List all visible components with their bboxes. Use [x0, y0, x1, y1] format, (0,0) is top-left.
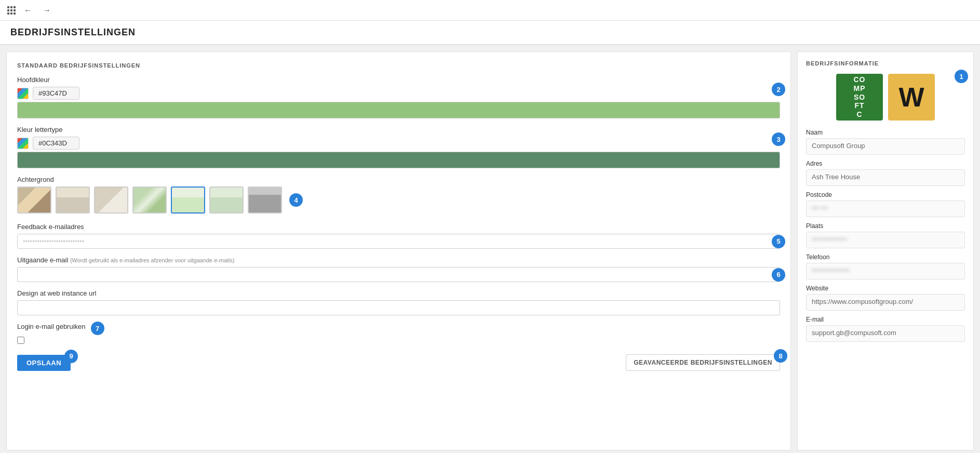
website-value: https://www.compusoftgroup.com/: [806, 294, 965, 311]
login-email-checkbox[interactable]: [17, 337, 24, 344]
logo-yellow: W: [888, 74, 935, 121]
hoofdkleur-swatch-icon[interactable]: [17, 88, 29, 99]
achtergrond-label: Achtergrond: [17, 176, 780, 183]
plaats-label: Plaats: [806, 222, 965, 230]
company-logos: COMPSOFTC W 1: [806, 74, 965, 121]
feedback-email-input[interactable]: [17, 234, 780, 249]
badge-5: 5: [772, 235, 785, 248]
website-label: Website: [806, 285, 965, 292]
postcode-value: ••• •••: [806, 201, 965, 217]
telefoon-label: Telefoon: [806, 254, 965, 261]
content-area: STANDAARD BEDRIJFSINSTELLINGEN Hoofdkleu…: [0, 45, 980, 453]
telefoon-value: ••••••••••••••••: [806, 263, 965, 279]
top-bar: ← →: [0, 0, 980, 21]
uitgaande-email-input[interactable]: [17, 267, 780, 282]
badge-6: 6: [772, 268, 785, 282]
badge-1: 1: [955, 70, 968, 83]
hoofdkleur-value: #93C47D: [33, 87, 79, 100]
bottom-bar: OPSLAAN 9 GEAVANCEERDE BEDRIJFSINSTELLIN…: [17, 354, 780, 371]
feedback-email-label: Feedback e-mailadres: [17, 223, 780, 231]
main-section-header: STANDAARD BEDRIJFSINSTELLINGEN: [17, 62, 780, 69]
adres-label: Adres: [806, 160, 965, 167]
hoofdkleur-bar[interactable]: [17, 102, 780, 118]
bg-thumb-7[interactable]: [248, 186, 282, 214]
page-title-bar: BEDRIJFSINSTELLINGEN: [0, 21, 980, 45]
login-email-label: Login e-mail gebruiken 7: [17, 323, 86, 330]
page-title: BEDRIJFSINSTELLINGEN: [10, 27, 970, 38]
uitgaande-email-sublabel: (Wordt gebruikt als e-mailadres afzender…: [70, 257, 235, 263]
sidebar-section-header: BEDRIJFSINFORMATIE: [806, 60, 965, 66]
bg-thumb-2[interactable]: [56, 186, 90, 214]
bg-thumb-1[interactable]: [17, 186, 51, 214]
login-email-checkbox-row: [17, 337, 780, 344]
badge-7: 7: [91, 322, 104, 335]
background-thumbs: 4: [17, 186, 780, 214]
forward-button[interactable]: →: [39, 5, 54, 16]
kleur-lettertype-label: Kleur lettertype: [17, 126, 780, 134]
advanced-settings-button[interactable]: GEAVANCEERDE BEDRIJFSINSTELLINGEN: [626, 354, 780, 371]
badge-4: 4: [289, 193, 303, 207]
badge-9: 9: [64, 350, 78, 363]
bg-thumb-3[interactable]: [94, 186, 128, 214]
save-button[interactable]: OPSLAAN: [17, 355, 71, 371]
uitgaande-email-label: Uitgaande e-mail (Wordt gebruikt als e-m…: [17, 256, 780, 264]
kleur-lettertype-value: #0C343D: [33, 137, 79, 150]
plaats-value: •••••••••••••••: [806, 232, 965, 248]
postcode-label: Postcode: [806, 191, 965, 198]
adres-value: Ash Tree House: [806, 169, 965, 186]
naam-label: Naam: [806, 129, 965, 136]
logo-green: COMPSOFTC: [836, 74, 883, 121]
email-value: support.gb@compusoft.com: [806, 325, 965, 342]
bg-thumb-4[interactable]: [132, 186, 167, 214]
naam-value: Compusoft Group: [806, 138, 965, 155]
badge-2: 2: [772, 83, 785, 96]
back-button[interactable]: ←: [21, 5, 35, 16]
kleur-lettertype-bar[interactable]: [17, 152, 780, 168]
email-label: E-mail: [806, 316, 965, 323]
side-panel: BEDRIJFSINFORMATIE COMPSOFTC W 1 Naam Co…: [797, 51, 974, 450]
badge-3: 3: [772, 132, 785, 146]
grid-apps-icon[interactable]: [6, 5, 17, 16]
badge-8: 8: [774, 349, 787, 363]
design-url-label: Design at web instance url: [17, 289, 780, 297]
main-panel: STANDAARD BEDRIJFSINSTELLINGEN Hoofdkleu…: [6, 51, 791, 450]
hoofdkleur-label: Hoofdkleur: [17, 76, 780, 84]
design-url-input[interactable]: [17, 300, 780, 315]
bg-thumb-5[interactable]: [171, 186, 205, 214]
kleur-lettertype-swatch-icon[interactable]: [17, 138, 29, 149]
bg-thumb-6[interactable]: [209, 186, 244, 214]
